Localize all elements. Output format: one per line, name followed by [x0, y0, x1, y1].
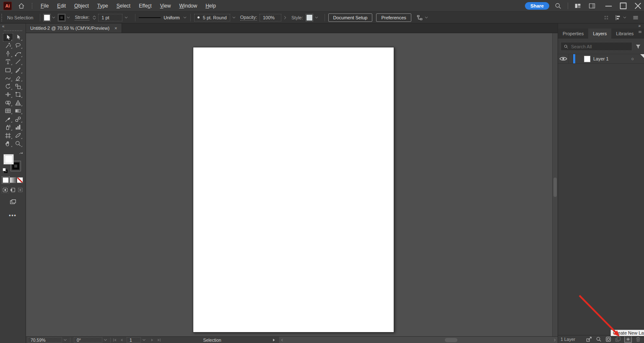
- horizontal-scrollbar[interactable]: [279, 337, 558, 343]
- tool-artboard[interactable]: [3, 131, 13, 140]
- tool-blend[interactable]: [13, 115, 23, 123]
- stroke-weight-stepper[interactable]: [92, 15, 97, 20]
- tool-column-graph[interactable]: [13, 123, 23, 132]
- tool-paintbrush[interactable]: [13, 66, 23, 74]
- tool-type[interactable]: [3, 58, 13, 66]
- artboard-number-field[interactable]: 1: [127, 337, 141, 343]
- tool-lasso[interactable]: [13, 42, 23, 50]
- tool-scale[interactable]: [13, 82, 23, 91]
- dock-collapse-button[interactable]: »: [558, 24, 644, 29]
- tool-gradient[interactable]: [13, 107, 23, 115]
- toolbar-collapse-button[interactable]: «: [0, 24, 26, 29]
- rotation-field[interactable]: 0°: [74, 337, 102, 343]
- tab-libraries[interactable]: Libraries: [611, 29, 638, 39]
- create-new-layer-button[interactable]: [624, 336, 632, 343]
- opacity-expand-icon[interactable]: [283, 16, 287, 20]
- stroke-panel-link[interactable]: Stroke:: [75, 15, 89, 21]
- tool-selection[interactable]: [3, 33, 13, 42]
- panel-menu-icon[interactable]: [638, 29, 644, 35]
- delete-selection-icon[interactable]: [635, 336, 641, 343]
- arrange-documents-icon[interactable]: [574, 2, 582, 10]
- close-button[interactable]: [632, 0, 644, 12]
- menu-select[interactable]: Select: [112, 3, 135, 9]
- document-tab[interactable]: Untitled-2 @ 70.59 % (CMYK/Preview) ×: [26, 24, 122, 33]
- canvas[interactable]: [26, 33, 558, 336]
- tool-shape-builder[interactable]: [3, 99, 13, 107]
- menu-help[interactable]: Help: [201, 3, 220, 9]
- fill-indicator-swatch[interactable]: [3, 154, 14, 165]
- fill-color-swatch[interactable]: [44, 14, 50, 21]
- opacity-field[interactable]: 100%: [260, 14, 281, 21]
- swap-fill-stroke-icon[interactable]: [18, 152, 23, 157]
- stroke-dropdown-icon[interactable]: [66, 16, 70, 20]
- layer-lock-column[interactable]: [569, 54, 573, 63]
- tab-close-icon[interactable]: ×: [114, 26, 117, 31]
- brush-dropdown-icon[interactable]: [232, 16, 236, 20]
- menu-edit[interactable]: Edit: [53, 3, 70, 9]
- change-screen-mode-icon[interactable]: [9, 198, 17, 206]
- scroll-right-icon[interactable]: [552, 338, 558, 342]
- default-fill-stroke-icon[interactable]: [3, 168, 8, 173]
- status-menu-icon[interactable]: [271, 338, 276, 343]
- tool-rotate[interactable]: [3, 82, 13, 91]
- menu-window[interactable]: Window: [175, 3, 201, 9]
- maximize-button[interactable]: [617, 0, 629, 12]
- tool-symbol-sprayer[interactable]: [3, 123, 13, 132]
- toolbar-drag-handle[interactable]: [4, 30, 22, 31]
- tool-free-transform[interactable]: [13, 91, 23, 99]
- tool-perspective-grid[interactable]: [13, 99, 23, 107]
- opacity-panel-link[interactable]: Opacity:: [240, 15, 257, 21]
- last-artboard-icon[interactable]: [156, 338, 161, 343]
- create-new-sublayer-icon[interactable]: [615, 336, 621, 343]
- tool-magic-wand[interactable]: [3, 42, 13, 50]
- layer-thumbnail[interactable]: [584, 56, 590, 62]
- more-options-dropdown-icon[interactable]: [424, 16, 428, 20]
- document-setup-button[interactable]: Document Setup: [328, 13, 373, 22]
- stroke-color-swatch[interactable]: [58, 14, 65, 21]
- rotation-dropdown-icon[interactable]: [102, 338, 109, 342]
- more-options-icon[interactable]: [416, 14, 423, 21]
- menu-object[interactable]: Object: [70, 3, 93, 9]
- layer-name-label[interactable]: Layer 1: [593, 56, 609, 61]
- artboard-dropdown-icon[interactable]: [141, 338, 147, 342]
- next-artboard-icon[interactable]: [150, 338, 155, 343]
- brush-definition-dropdown[interactable]: 5 pt. Round: [194, 14, 230, 21]
- controlbar-drag-handle[interactable]: [1, 14, 2, 21]
- profile-dropdown-icon[interactable]: [183, 16, 187, 20]
- vertical-scrollbar-thumb[interactable]: [553, 178, 557, 197]
- tool-width[interactable]: [3, 91, 13, 99]
- stroke-profile-dropdown[interactable]: Uniform: [139, 15, 187, 20]
- tool-mesh[interactable]: [3, 107, 13, 115]
- preferences-button[interactable]: Preferences: [376, 13, 411, 22]
- tool-zoom[interactable]: [13, 140, 23, 148]
- draw-normal-button[interactable]: [2, 187, 9, 193]
- align-dropdown-icon[interactable]: [623, 16, 627, 20]
- minimize-button[interactable]: [602, 0, 615, 12]
- tool-shaper[interactable]: [3, 74, 13, 83]
- layer-row[interactable]: Layer 1○: [558, 54, 644, 64]
- fill-dropdown-icon[interactable]: [52, 16, 56, 20]
- tool-direct-selection[interactable]: [13, 33, 23, 42]
- filter-icon[interactable]: [635, 43, 641, 50]
- search-icon[interactable]: [554, 2, 562, 10]
- stroke-weight-dropdown-icon[interactable]: [124, 16, 128, 20]
- color-button[interactable]: [3, 177, 9, 183]
- search-input[interactable]: Search All: [561, 42, 632, 51]
- artboard[interactable]: [193, 47, 394, 333]
- select-similar-icon[interactable]: [603, 15, 609, 21]
- align-dropdown[interactable]: [615, 14, 627, 21]
- tool-eyedropper[interactable]: [3, 115, 13, 123]
- tab-properties[interactable]: Properties: [558, 29, 588, 39]
- none-button[interactable]: [17, 177, 23, 183]
- previous-artboard-icon[interactable]: [119, 338, 124, 343]
- stroke-weight-field[interactable]: 1 pt: [98, 14, 122, 21]
- share-button[interactable]: Share: [525, 2, 549, 10]
- locate-object-icon[interactable]: [595, 336, 602, 343]
- style-dropdown-icon[interactable]: [314, 16, 319, 20]
- menu-view[interactable]: View: [156, 3, 175, 9]
- app-logo-icon[interactable]: Ai: [3, 2, 12, 10]
- tool-pen[interactable]: [3, 50, 13, 58]
- menu-effect[interactable]: Effect: [135, 3, 156, 9]
- menu-file[interactable]: File: [36, 3, 53, 9]
- home-icon[interactable]: [17, 2, 26, 10]
